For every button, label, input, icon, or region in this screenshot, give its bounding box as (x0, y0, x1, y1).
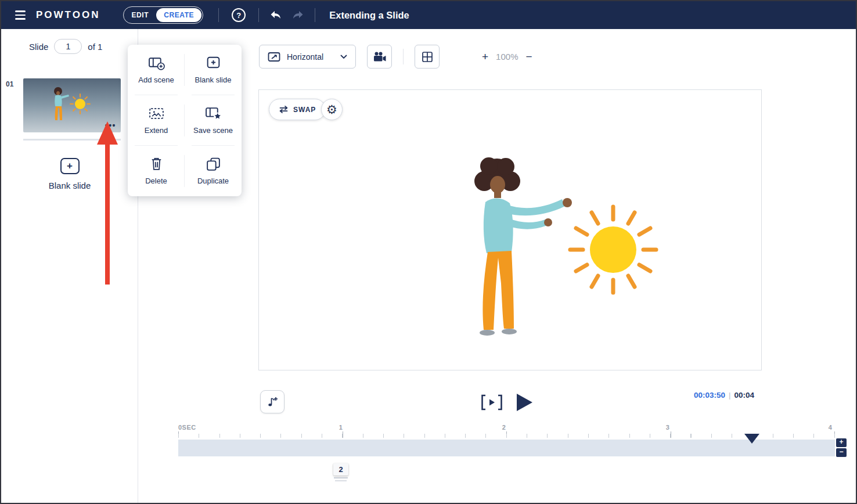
swap-arrows-icon (279, 106, 289, 113)
menu-item-label: Add scene (138, 75, 174, 84)
menu-item-blank-slide[interactable]: Blank slide (185, 45, 242, 95)
swap-label: SWAP (293, 106, 316, 114)
slides-sidebar: Slide of 1 01 (1, 29, 138, 503)
layout-grid-button[interactable] (415, 45, 440, 69)
slide-number-input[interactable] (54, 39, 82, 54)
blank-slide-label: Blank slide (49, 181, 91, 190)
slide-counter-total: of 1 (88, 42, 102, 52)
menu-item-label: Extend (145, 126, 168, 135)
ruler-label-0sec: 0SEC (178, 424, 196, 431)
menu-item-label: Save scene (193, 126, 233, 135)
ruler-label-1: 1 (339, 424, 343, 431)
delete-icon (148, 157, 165, 171)
zoom-in-icon[interactable]: + (482, 51, 488, 62)
create-mode-button[interactable]: CREATE (156, 8, 201, 22)
timeline-zoom-out-button[interactable]: − (836, 448, 847, 457)
menu-item-delete[interactable]: Delete (128, 146, 185, 196)
sun-graphic (570, 207, 656, 293)
edit-mode-button[interactable]: EDIT (124, 11, 156, 19)
slide-marker-stack-line (334, 477, 348, 479)
toolbar-divider (403, 49, 404, 64)
topbar-divider (258, 8, 259, 22)
menu-item-duplicate[interactable]: Duplicate (185, 146, 242, 196)
zoom-level: 100% (496, 52, 518, 62)
topbar-divider (218, 8, 219, 22)
menu-item-save-scene[interactable]: Save scene (185, 95, 242, 146)
slide-thumbnail[interactable]: ••• (23, 78, 121, 132)
time-display: 00:03:50 | 00:04 (694, 391, 754, 399)
record-camera-button[interactable] (367, 45, 392, 69)
music-note-plus-icon (266, 395, 279, 408)
slide-start-marker[interactable]: 2 (333, 463, 348, 481)
slide-marker-stack-line (335, 480, 347, 482)
stage-artwork[interactable] (422, 148, 677, 357)
blank-slide-icon (205, 56, 222, 70)
undo-icon[interactable] (269, 10, 282, 20)
menu-item-label: Blank slide (195, 75, 232, 84)
menu-item-label: Duplicate (197, 177, 229, 185)
settings-gear-icon[interactable]: ⚙ (321, 99, 343, 120)
video-camera-icon (373, 51, 387, 63)
chevron-down-icon (340, 55, 347, 59)
slide-index-label: 01 (6, 80, 13, 88)
character-graphic (474, 157, 572, 336)
top-bar: POWTOON EDIT CREATE ? Extending a Slide (1, 1, 856, 29)
edit-create-toggle[interactable]: EDIT CREATE (123, 6, 203, 24)
blank-slide-button[interactable]: + Blank slide (1, 158, 138, 190)
orientation-value: Horizontal (287, 52, 323, 62)
hamburger-menu-icon[interactable] (15, 10, 26, 19)
slide-duration-bar (23, 139, 121, 141)
topbar-divider (315, 8, 315, 22)
red-pointer-arrow (93, 120, 122, 287)
ruler-label-4: 4 (829, 424, 833, 431)
save-scene-icon (205, 106, 222, 121)
orientation-dropdown[interactable]: Horizontal (259, 45, 356, 69)
slide-options-dots-icon[interactable]: ••• (105, 121, 116, 130)
timeline-zoom-in-button[interactable]: + (836, 438, 847, 447)
document-title: Extending a Slide (329, 10, 409, 21)
slide-counter-label: Slide (29, 42, 48, 52)
orientation-icon (268, 52, 280, 62)
playhead-marker[interactable] (744, 434, 759, 444)
add-music-button[interactable] (260, 390, 285, 413)
plus-icon: + (60, 158, 80, 174)
zoom-out-icon[interactable]: − (525, 51, 532, 62)
slide-counter: Slide of 1 (29, 39, 102, 54)
menu-item-add-scene[interactable]: Add scene (128, 45, 185, 95)
slide-canvas[interactable]: SWAP ⚙ (258, 89, 762, 370)
redo-icon[interactable] (291, 10, 304, 20)
bracket-play-icon (480, 394, 504, 411)
duplicate-icon (205, 157, 222, 171)
menu-item-label: Delete (145, 177, 167, 185)
powtoon-editor-window: POWTOON EDIT CREATE ? Extending a Slide … (0, 0, 857, 504)
timeline-zoom-controls: + − (836, 438, 847, 457)
timeline-track[interactable] (178, 440, 835, 456)
elapsed-time: 00:03:50 (694, 391, 725, 399)
add-scene-icon (148, 56, 165, 70)
menu-item-extend[interactable]: Extend (128, 95, 185, 146)
preview-slide-button[interactable] (480, 394, 504, 411)
ruler-label-2: 2 (502, 424, 506, 431)
swap-button[interactable]: SWAP (269, 99, 326, 120)
help-button[interactable]: ? (232, 8, 246, 22)
grid-icon (422, 51, 433, 63)
powtoon-logo[interactable]: POWTOON (36, 9, 100, 21)
zoom-controls: + 100% − (482, 45, 532, 69)
slide-options-menu: Add scene Blank slide Extend (128, 45, 242, 196)
time-separator: | (729, 391, 731, 399)
ruler-label-3: 3 (666, 424, 670, 431)
total-time: 00:04 (734, 391, 755, 399)
play-button[interactable] (517, 394, 532, 411)
slide-marker-badge[interactable]: 2 (333, 463, 348, 476)
ruler-minor-ticks (178, 434, 835, 438)
extend-icon (148, 106, 165, 121)
